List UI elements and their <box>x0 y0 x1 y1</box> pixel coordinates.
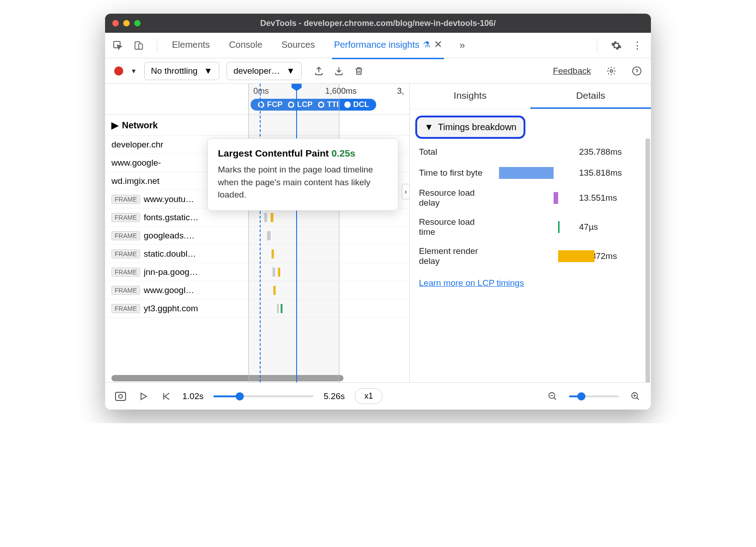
tooltip-time: 0.25s <box>332 148 356 158</box>
learn-more-link[interactable]: Learn more on LCP timings <box>410 271 651 295</box>
timing-label: Element render delay <box>419 246 492 266</box>
timing-value: 235.788ms <box>579 147 622 157</box>
tooltip-title: Largest Contentful Paint 0.25s <box>218 148 388 159</box>
frame-badge: FRAME <box>111 286 140 295</box>
tab-label: Elements <box>172 40 210 50</box>
timing-bar <box>558 221 559 233</box>
throttling-select[interactable]: No throttling ▼ <box>144 62 219 80</box>
settings-icon[interactable] <box>610 39 623 52</box>
toggle-device-icon[interactable] <box>133 40 144 51</box>
tab-performance-insights[interactable]: Performance insights ⚗ ✕ <box>332 31 444 59</box>
zoom-out-button[interactable] <box>546 390 559 403</box>
maximize-window-button[interactable] <box>134 20 141 26</box>
current-time: 1.02s <box>182 391 203 401</box>
traffic-lights <box>112 20 141 26</box>
timing-value: 13.551ms <box>579 193 617 203</box>
speed-label: x1 <box>364 391 373 400</box>
tab-console[interactable]: Console <box>227 32 264 59</box>
network-row-label: developer.chr <box>111 140 163 150</box>
main-tabs: Elements Console Sources Performance ins… <box>170 31 584 59</box>
throttling-label: No throttling <box>151 66 197 76</box>
timing-value: 47µs <box>579 222 598 232</box>
panel-settings-icon[interactable] <box>606 66 616 76</box>
frame-badge: FRAME <box>111 304 140 313</box>
chevron-down-icon: ▼ <box>287 66 295 76</box>
separator <box>157 38 157 53</box>
network-row-label: static.doubl… <box>144 249 196 259</box>
play-button[interactable] <box>137 390 150 403</box>
marker-dcl[interactable]: DCL <box>342 100 372 109</box>
svg-point-6 <box>119 395 122 398</box>
tab-elements[interactable]: Elements <box>170 32 212 59</box>
screenshot-toggle-icon[interactable] <box>114 390 127 403</box>
expand-handle[interactable]: › <box>402 184 410 199</box>
vertical-scrollbar[interactable] <box>645 138 650 382</box>
network-row-label: www.google- <box>111 158 161 168</box>
timing-value: 135.818ms <box>579 168 622 178</box>
close-window-button[interactable] <box>112 20 119 26</box>
skip-start-button[interactable] <box>160 390 172 403</box>
breakdown-header-label: Timings breakdown <box>438 122 517 132</box>
timing-bar <box>558 250 595 262</box>
window-title: DevTools - developer.chrome.com/blog/new… <box>105 19 651 28</box>
perf-toolbar: ▼ No throttling ▼ developer… ▼ Feedback <box>105 58 651 84</box>
tab-details[interactable]: Details <box>530 84 651 109</box>
playhead[interactable] <box>296 84 297 382</box>
timing-label: Resource load delay <box>419 188 492 208</box>
feedback-link[interactable]: Feedback <box>553 66 591 76</box>
chevron-down-icon: ▼ <box>424 122 433 132</box>
separator <box>597 38 597 53</box>
frame-badge: FRAME <box>111 268 140 277</box>
help-icon[interactable] <box>632 66 642 76</box>
origin-label: developer… <box>233 66 280 76</box>
devtools-window: DevTools - developer.chrome.com/blog/new… <box>105 14 651 410</box>
svg-rect-2 <box>139 44 142 49</box>
tab-sources[interactable]: Sources <box>280 32 317 59</box>
timing-label: Resource load time <box>419 217 492 237</box>
origin-select[interactable]: developer… ▼ <box>227 62 302 80</box>
time-slider[interactable] <box>213 395 313 397</box>
tab-label: Details <box>576 90 605 101</box>
zoom-slider[interactable] <box>569 395 619 397</box>
tabstrip-right-icons: ⋮ <box>610 39 644 52</box>
delete-icon[interactable] <box>353 65 365 77</box>
fcp-line <box>260 84 261 382</box>
inspect-element-icon[interactable] <box>112 40 123 51</box>
export-icon[interactable] <box>312 65 325 77</box>
network-row-label: yt3.ggpht.com <box>144 304 198 314</box>
timing-bar-wrap <box>499 167 572 179</box>
record-dropdown[interactable]: ▼ <box>131 67 137 75</box>
tab-insights[interactable]: Insights <box>410 84 530 109</box>
record-button[interactable] <box>114 66 123 76</box>
marker-dot-icon <box>344 101 351 108</box>
timing-bar-wrap <box>499 146 572 158</box>
svg-point-4 <box>633 66 641 75</box>
insight-tabs: Insights Details <box>410 84 651 109</box>
tab-label: Sources <box>282 40 315 50</box>
timings-breakdown-header[interactable]: ▼ Timings breakdown <box>415 116 525 139</box>
selection-range[interactable] <box>248 84 339 382</box>
main-tabstrip: Elements Console Sources Performance ins… <box>105 33 651 58</box>
timing-row: Resource load delay13.551ms <box>410 183 651 213</box>
timing-row: Total235.788ms <box>410 142 651 162</box>
timing-label: Time to first byte <box>419 168 492 178</box>
details-panel: Insights Details ▼ Timings breakdown Tot… <box>410 84 651 382</box>
chevron-right-icon: ▶ <box>111 120 118 131</box>
playback-speed[interactable]: x1 <box>355 388 383 404</box>
tab-label: Insights <box>454 90 486 101</box>
tab-close-button[interactable]: ✕ <box>434 39 442 51</box>
more-tabs-button[interactable]: » <box>459 40 465 51</box>
tooltip-title-text: Largest Contentful Paint <box>218 148 329 158</box>
ruler-tick: 3, <box>397 86 404 96</box>
network-row-label: www.youtu… <box>144 194 194 204</box>
minimize-window-button[interactable] <box>123 20 130 26</box>
timing-bar-wrap <box>499 192 572 204</box>
kebab-menu-icon[interactable]: ⋮ <box>631 39 644 52</box>
import-icon[interactable] <box>333 65 345 77</box>
timing-bar-wrap <box>499 221 572 233</box>
timeline-panel: 0ms 1,600ms 3, FCP LCP TTI DCL ▶ Network… <box>105 84 410 382</box>
timing-row: Time to first byte135.818ms <box>410 162 651 183</box>
frame-badge: FRAME <box>111 231 140 240</box>
flask-icon: ⚗ <box>423 40 430 50</box>
zoom-in-button[interactable] <box>629 390 642 403</box>
